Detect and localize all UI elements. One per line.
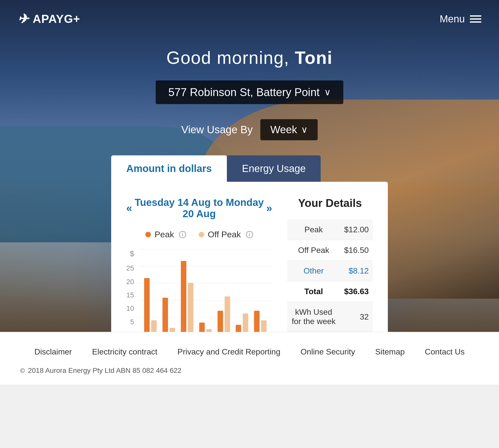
legend-offpeak-label: Off Peak xyxy=(208,230,241,239)
prev-week-button[interactable]: « xyxy=(126,202,132,214)
tab-amount-dollars[interactable]: Amount in dollars xyxy=(111,155,227,182)
bar-group-6 xyxy=(253,311,268,332)
detail-label-4: kWh Used for the week xyxy=(287,302,340,332)
footer-link-4[interactable]: Sitemap xyxy=(375,347,405,356)
period-label: Week xyxy=(270,124,297,136)
bars-row xyxy=(139,249,272,332)
detail-label-3: Total xyxy=(287,281,340,302)
footer-copyright: © 2018 Aurora Energy Pty Ltd ABN 85 082 … xyxy=(20,367,479,375)
address-selector[interactable]: 577 Robinson St, Battery Point ∨ xyxy=(156,80,343,104)
y-axis: $ 25 20 15 10 5 0 xyxy=(126,249,139,332)
bar-chart: $ 25 20 15 10 5 0 xyxy=(126,249,272,332)
bar-offpeak-2 xyxy=(188,283,193,332)
logo-icon: ✈ xyxy=(18,11,29,26)
y-label-5: 5 xyxy=(130,318,134,326)
peak-info-icon[interactable]: i xyxy=(179,231,186,238)
bar-group-0 xyxy=(143,278,158,332)
bar-group-2 xyxy=(180,261,195,332)
detail-value-0: $12.00 xyxy=(340,219,373,240)
bar-peak-6 xyxy=(254,311,260,332)
chart-section: « Tuesday 14 Aug to Monday 20 Aug » Peak… xyxy=(126,197,272,332)
footer-link-1[interactable]: Electricity contract xyxy=(92,347,157,356)
view-usage-label: View Usage By xyxy=(181,124,253,136)
bar-peak-4 xyxy=(218,311,223,332)
tab-energy-usage[interactable]: Energy Usage xyxy=(227,155,321,182)
footer-link-2[interactable]: Privacy and Credit Reporting xyxy=(178,347,280,356)
y-label-10: 10 xyxy=(126,304,134,312)
bar-group-4 xyxy=(216,296,231,332)
chart-nav: « Tuesday 14 Aug to Monday 20 Aug » xyxy=(126,197,272,219)
greeting-text: Good morning, xyxy=(166,48,295,68)
bar-offpeak-5 xyxy=(243,313,248,332)
detail-row-2: Other$8.12 xyxy=(287,261,373,281)
bar-group-1 xyxy=(161,298,176,332)
offpeak-dot-icon xyxy=(199,232,204,237)
tabs-row: Amount in dollars Energy Usage xyxy=(111,155,388,182)
hero-section: ✈ APAYG+ Menu Good morning, Toni 577 Rob… xyxy=(0,0,499,332)
detail-row-4: kWh Used for the week32 xyxy=(287,302,373,332)
bar-group-5 xyxy=(234,313,250,332)
bar-peak-2 xyxy=(181,261,186,332)
detail-label-1: Off Peak xyxy=(287,240,340,261)
detail-label-0: Peak xyxy=(287,219,340,240)
menu-label: Menu xyxy=(440,13,465,25)
bar-peak-3 xyxy=(199,323,205,332)
bar-peak-1 xyxy=(162,298,168,332)
legend-peak-label: Peak xyxy=(154,230,174,239)
chevron-down-icon: ∨ xyxy=(324,87,331,98)
detail-row-3: Total$36.63 xyxy=(287,281,373,302)
legend-peak: Peak i xyxy=(145,230,186,239)
next-week-button[interactable]: » xyxy=(266,202,272,214)
period-chevron-icon: ∨ xyxy=(301,124,308,135)
detail-value-2: $8.12 xyxy=(340,261,373,281)
bar-offpeak-4 xyxy=(225,296,230,332)
bar-offpeak-6 xyxy=(261,320,267,332)
navbar: ✈ APAYG+ Menu xyxy=(0,0,499,38)
detail-value-3: $36.63 xyxy=(340,281,373,302)
bar-group-3 xyxy=(198,323,213,332)
footer-link-0[interactable]: Disclaimer xyxy=(34,347,72,356)
detail-row-0: Peak$12.00 xyxy=(287,219,373,240)
main-card: « Tuesday 14 Aug to Monday 20 Aug » Peak… xyxy=(111,182,388,332)
detail-value-4: 32 xyxy=(340,302,373,332)
footer-links: DisclaimerElectricity contractPrivacy an… xyxy=(20,347,479,356)
details-title: Your Details xyxy=(287,197,373,209)
chart-title: Tuesday 14 Aug to Monday 20 Aug xyxy=(132,197,266,219)
chart-legend: Peak i Off Peak i xyxy=(126,230,272,239)
offpeak-info-icon[interactable]: i xyxy=(246,231,253,238)
y-dollar-label: $ xyxy=(130,249,134,258)
detail-value-1: $16.50 xyxy=(340,240,373,261)
address-text: 577 Robinson St, Battery Point xyxy=(168,86,320,99)
period-selector[interactable]: Week ∨ xyxy=(260,119,318,140)
copyright-symbol: © xyxy=(20,367,25,375)
detail-label-2: Other xyxy=(287,261,340,281)
hero-content: Good morning, Toni 577 Robinson St, Batt… xyxy=(0,38,499,332)
detail-row-1: Off Peak$16.50 xyxy=(287,240,373,261)
logo-text: APAYG+ xyxy=(33,12,80,26)
y-label-0: 0 xyxy=(130,331,134,332)
bar-peak-0 xyxy=(144,278,150,332)
bar-peak-5 xyxy=(236,325,241,332)
details-table: Peak$12.00Off Peak$16.50Other$8.12Total$… xyxy=(287,219,373,332)
menu-button[interactable]: Menu xyxy=(440,13,481,25)
footer-link-3[interactable]: Online Security xyxy=(301,347,355,356)
y-label-15: 15 xyxy=(126,291,134,299)
greeting: Good morning, Toni xyxy=(0,48,499,68)
copyright-text: 2018 Aurora Energy Pty Ltd ABN 85 082 46… xyxy=(28,367,181,375)
y-label-25: 25 xyxy=(126,264,134,272)
logo: ✈ APAYG+ xyxy=(18,11,80,26)
bar-offpeak-3 xyxy=(206,329,212,332)
details-section: Your Details Peak$12.00Off Peak$16.50Oth… xyxy=(287,197,373,332)
view-usage-row: View Usage By Week ∨ xyxy=(0,119,499,140)
footer: DisclaimerElectricity contractPrivacy an… xyxy=(0,332,499,385)
chart-bars-container xyxy=(139,249,272,332)
bar-offpeak-1 xyxy=(170,328,175,332)
footer-link-5[interactable]: Contact Us xyxy=(425,347,465,356)
y-label-20: 20 xyxy=(126,278,134,286)
greeting-name: Toni xyxy=(295,48,333,68)
peak-dot-icon xyxy=(145,232,151,237)
hamburger-icon xyxy=(470,15,481,23)
legend-offpeak: Off Peak i xyxy=(199,230,253,239)
bar-offpeak-0 xyxy=(151,320,157,332)
chart-inner: 14 Aug15 Aug16 Aug17 Aug18 Aug19 Aug20 A… xyxy=(139,249,272,332)
